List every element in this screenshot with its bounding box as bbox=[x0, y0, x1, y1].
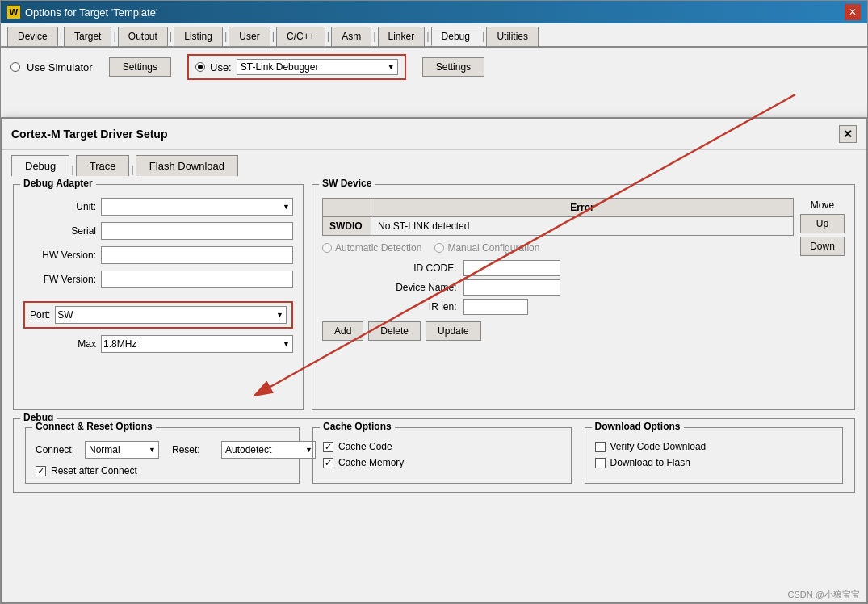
dialog-tab-trace[interactable]: Trace bbox=[76, 155, 130, 176]
fw-version-row: FW Version: bbox=[23, 271, 293, 288]
sw-action-buttons: Add Delete Update bbox=[322, 321, 794, 341]
reset-select-wrap: Autodetect SYSRESETREQ VECTRESET bbox=[221, 441, 316, 459]
tab-sep-6: | bbox=[327, 27, 329, 46]
delete-button[interactable]: Delete bbox=[368, 321, 421, 341]
reset-label: Reset: bbox=[172, 444, 216, 455]
cache-memory-label: Cache Memory bbox=[338, 457, 404, 468]
sw-device-group: SW Device Error bbox=[312, 184, 855, 410]
cache-memory-row: ✓ Cache Memory bbox=[323, 457, 561, 468]
ir-len-input[interactable] bbox=[463, 299, 528, 315]
settings-btn-2[interactable]: Settings bbox=[422, 57, 484, 77]
download-options-group: Download Options Verify Code Download Do… bbox=[585, 427, 844, 484]
connect-reset-group: Connect & Reset Options Connect: Normal … bbox=[25, 427, 300, 484]
hw-version-row: HW Version: bbox=[23, 246, 293, 264]
bottom-debug-group: Debug Connect & Reset Options Connect: N… bbox=[13, 418, 855, 493]
id-code-label: ID CODE: bbox=[322, 262, 457, 274]
simulator-label: Use Simulator bbox=[27, 61, 93, 73]
cache-code-row: ✓ Cache Code bbox=[323, 441, 561, 452]
watermark: CSDN @小狼宝宝 bbox=[788, 589, 860, 601]
tab-output[interactable]: Output bbox=[118, 27, 168, 46]
sw-table-row: SWDIO No ST-LINK detected bbox=[323, 217, 794, 236]
connect-select[interactable]: Normal with Reset under Reset bbox=[85, 441, 159, 459]
reset-after-connect-label: Reset after Connect bbox=[51, 465, 137, 476]
use-debugger-select[interactable]: ST-Link Debugger bbox=[237, 59, 398, 75]
use-group: Use: ST-Link Debugger ▼ bbox=[187, 54, 406, 80]
reset-select[interactable]: Autodetect SYSRESETREQ VECTRESET bbox=[221, 441, 316, 459]
dialog-body: Debug Adapter Unit: Serial bbox=[2, 176, 866, 501]
serial-row: Serial bbox=[23, 222, 293, 240]
serial-input[interactable] bbox=[101, 222, 293, 240]
simulator-radio[interactable] bbox=[10, 62, 20, 72]
max-row: Max 1.8MHz 4MHz 8MHz 15MHz bbox=[23, 335, 293, 353]
sw-info-grid: ID CODE: Device Name: IR len: bbox=[322, 260, 794, 315]
sw-right-buttons: Move Up Down bbox=[800, 198, 845, 341]
tab-device[interactable]: Device bbox=[7, 27, 58, 46]
tab-cpp[interactable]: C/C++ bbox=[276, 27, 325, 46]
tab-linker[interactable]: Linker bbox=[378, 27, 426, 46]
down-button[interactable]: Down bbox=[800, 237, 845, 256]
download-to-flash-checkbox[interactable] bbox=[595, 458, 606, 468]
settings-btn-1[interactable]: Settings bbox=[109, 57, 171, 77]
bg-close-button[interactable]: ✕ bbox=[845, 4, 861, 20]
dialog-tab-debug[interactable]: Debug bbox=[11, 155, 69, 176]
tab-sep-9: | bbox=[482, 27, 484, 46]
connect-row: Connect: Normal with Reset under Reset R… bbox=[36, 441, 289, 459]
cache-memory-checkbox[interactable]: ✓ bbox=[323, 458, 333, 468]
manual-config-option[interactable]: Manual Configuration bbox=[434, 242, 539, 254]
verify-code-row: Verify Code Download bbox=[595, 441, 833, 452]
dialog-tab-sep-2: | bbox=[131, 155, 133, 176]
reset-after-connect-checkbox[interactable]: ✓ bbox=[36, 466, 46, 476]
automatic-detection-option[interactable]: Automatic Detection bbox=[322, 242, 421, 254]
port-select[interactable]: SW JTAG bbox=[55, 306, 287, 324]
device-name-input[interactable] bbox=[463, 279, 560, 296]
tab-target[interactable]: Target bbox=[64, 27, 111, 46]
tab-sep-2: | bbox=[113, 27, 115, 46]
simulator-group: Use Simulator bbox=[10, 61, 93, 73]
debug-adapter-group: Debug Adapter Unit: Serial bbox=[13, 184, 304, 410]
bg-window-title: Options for Target 'Template' bbox=[25, 6, 157, 19]
connect-label: Connect: bbox=[36, 444, 80, 455]
tab-sep-4: | bbox=[224, 27, 227, 46]
fw-version-label: FW Version: bbox=[23, 274, 96, 285]
up-button[interactable]: Up bbox=[800, 214, 845, 233]
bottom-content: Connect & Reset Options Connect: Normal … bbox=[25, 427, 843, 484]
cortex-m-dialog: Cortex-M Target Driver Setup ✕ Debug | T… bbox=[0, 117, 868, 604]
hw-version-input[interactable] bbox=[101, 246, 293, 264]
tab-utilities[interactable]: Utilities bbox=[486, 27, 539, 46]
add-button[interactable]: Add bbox=[322, 321, 363, 341]
update-button[interactable]: Update bbox=[426, 321, 481, 341]
cache-options-group: Cache Options ✓ Cache Code ✓ Cache Memor… bbox=[312, 427, 572, 484]
fw-version-input[interactable] bbox=[101, 271, 293, 288]
id-code-input[interactable] bbox=[463, 260, 560, 276]
top-section: Debug Adapter Unit: Serial bbox=[13, 184, 855, 410]
debug-adapter-title: Debug Adapter bbox=[20, 178, 96, 189]
sw-device-title: SW Device bbox=[319, 178, 375, 189]
tab-listing[interactable]: Listing bbox=[174, 27, 223, 46]
unit-select[interactable] bbox=[101, 198, 293, 216]
hw-version-label: HW Version: bbox=[23, 250, 96, 261]
cache-code-checkbox[interactable]: ✓ bbox=[323, 442, 333, 452]
ir-len-label: IR len: bbox=[322, 301, 457, 312]
dialog-tab-flash[interactable]: Flash Download bbox=[136, 155, 238, 176]
dialog-titlebar: Cortex-M Target Driver Setup ✕ bbox=[2, 119, 866, 150]
max-select[interactable]: 1.8MHz 4MHz 8MHz 15MHz bbox=[101, 335, 293, 353]
app-icon: W bbox=[7, 6, 20, 19]
dialog-close-button[interactable]: ✕ bbox=[839, 125, 857, 143]
manual-radio[interactable] bbox=[434, 243, 444, 253]
tab-sep-7: | bbox=[373, 27, 375, 46]
automatic-radio[interactable] bbox=[322, 243, 332, 253]
tab-asm[interactable]: Asm bbox=[331, 27, 371, 46]
tab-sep-5: | bbox=[272, 27, 275, 46]
connect-select-wrap: Normal with Reset under Reset bbox=[85, 441, 159, 459]
dialog-tab-sep-1: | bbox=[71, 155, 73, 176]
use-radio[interactable] bbox=[195, 62, 205, 72]
download-options-title: Download Options bbox=[592, 421, 684, 432]
verify-code-label: Verify Code Download bbox=[610, 441, 707, 452]
download-to-flash-label: Download to Flash bbox=[610, 457, 690, 468]
tab-user[interactable]: User bbox=[229, 27, 270, 46]
verify-code-checkbox[interactable] bbox=[595, 442, 606, 452]
tab-debug[interactable]: Debug bbox=[431, 27, 480, 46]
manual-label: Manual Configuration bbox=[447, 242, 539, 254]
dialog-tab-bar: Debug | Trace | Flash Download bbox=[2, 150, 866, 176]
sw-main-area: Error SWDIO No ST-LINK detected bbox=[322, 198, 794, 341]
